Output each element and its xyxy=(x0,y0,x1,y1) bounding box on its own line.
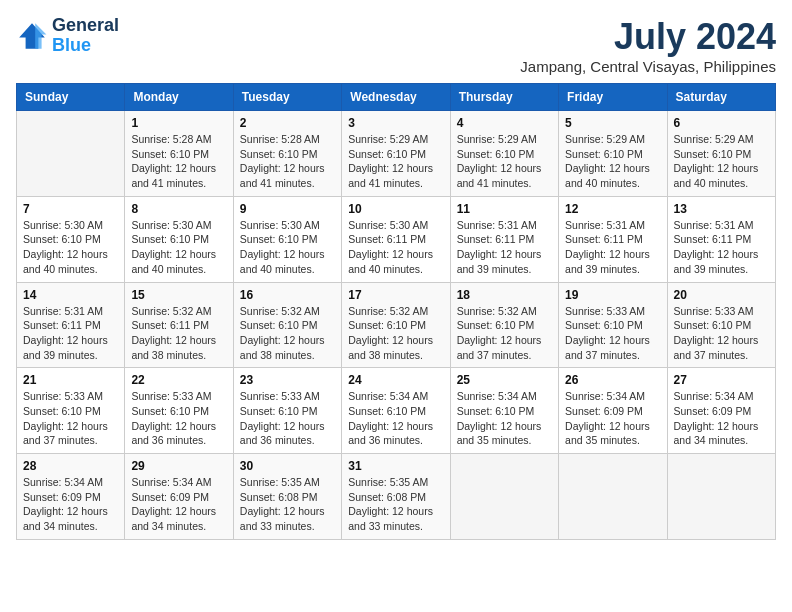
day-number: 27 xyxy=(674,373,769,387)
week-row-5: 28Sunrise: 5:34 AMSunset: 6:09 PMDayligh… xyxy=(17,454,776,540)
calendar-cell: 16Sunrise: 5:32 AMSunset: 6:10 PMDayligh… xyxy=(233,282,341,368)
calendar-cell: 9Sunrise: 5:30 AMSunset: 6:10 PMDaylight… xyxy=(233,196,341,282)
calendar-table: SundayMondayTuesdayWednesdayThursdayFrid… xyxy=(16,83,776,540)
day-number: 5 xyxy=(565,116,660,130)
day-number: 16 xyxy=(240,288,335,302)
calendar-cell: 28Sunrise: 5:34 AMSunset: 6:09 PMDayligh… xyxy=(17,454,125,540)
logo-text: GeneralBlue xyxy=(52,16,119,56)
week-row-4: 21Sunrise: 5:33 AMSunset: 6:10 PMDayligh… xyxy=(17,368,776,454)
calendar-cell: 18Sunrise: 5:32 AMSunset: 6:10 PMDayligh… xyxy=(450,282,558,368)
calendar-cell: 20Sunrise: 5:33 AMSunset: 6:10 PMDayligh… xyxy=(667,282,775,368)
day-number: 19 xyxy=(565,288,660,302)
day-number: 25 xyxy=(457,373,552,387)
day-number: 30 xyxy=(240,459,335,473)
day-number: 31 xyxy=(348,459,443,473)
title-block: July 2024 Jampang, Central Visayas, Phil… xyxy=(520,16,776,75)
calendar-cell: 2Sunrise: 5:28 AMSunset: 6:10 PMDaylight… xyxy=(233,111,341,197)
calendar-cell: 25Sunrise: 5:34 AMSunset: 6:10 PMDayligh… xyxy=(450,368,558,454)
day-number: 21 xyxy=(23,373,118,387)
calendar-cell: 24Sunrise: 5:34 AMSunset: 6:10 PMDayligh… xyxy=(342,368,450,454)
day-number: 9 xyxy=(240,202,335,216)
weekday-header-tuesday: Tuesday xyxy=(233,84,341,111)
day-info: Sunrise: 5:33 AMSunset: 6:10 PMDaylight:… xyxy=(565,304,660,363)
day-number: 15 xyxy=(131,288,226,302)
calendar-cell xyxy=(559,454,667,540)
day-info: Sunrise: 5:30 AMSunset: 6:11 PMDaylight:… xyxy=(348,218,443,277)
day-number: 28 xyxy=(23,459,118,473)
day-info: Sunrise: 5:32 AMSunset: 6:10 PMDaylight:… xyxy=(457,304,552,363)
day-number: 18 xyxy=(457,288,552,302)
day-info: Sunrise: 5:33 AMSunset: 6:10 PMDaylight:… xyxy=(240,389,335,448)
calendar-cell: 4Sunrise: 5:29 AMSunset: 6:10 PMDaylight… xyxy=(450,111,558,197)
day-info: Sunrise: 5:29 AMSunset: 6:10 PMDaylight:… xyxy=(457,132,552,191)
calendar-cell: 22Sunrise: 5:33 AMSunset: 6:10 PMDayligh… xyxy=(125,368,233,454)
day-info: Sunrise: 5:29 AMSunset: 6:10 PMDaylight:… xyxy=(565,132,660,191)
calendar-cell: 10Sunrise: 5:30 AMSunset: 6:11 PMDayligh… xyxy=(342,196,450,282)
day-info: Sunrise: 5:34 AMSunset: 6:09 PMDaylight:… xyxy=(23,475,118,534)
calendar-cell xyxy=(450,454,558,540)
day-info: Sunrise: 5:32 AMSunset: 6:10 PMDaylight:… xyxy=(240,304,335,363)
day-info: Sunrise: 5:34 AMSunset: 6:10 PMDaylight:… xyxy=(348,389,443,448)
calendar-cell: 26Sunrise: 5:34 AMSunset: 6:09 PMDayligh… xyxy=(559,368,667,454)
day-number: 3 xyxy=(348,116,443,130)
day-info: Sunrise: 5:31 AMSunset: 6:11 PMDaylight:… xyxy=(674,218,769,277)
day-number: 29 xyxy=(131,459,226,473)
day-info: Sunrise: 5:30 AMSunset: 6:10 PMDaylight:… xyxy=(240,218,335,277)
weekday-header-sunday: Sunday xyxy=(17,84,125,111)
calendar-cell: 31Sunrise: 5:35 AMSunset: 6:08 PMDayligh… xyxy=(342,454,450,540)
day-number: 26 xyxy=(565,373,660,387)
calendar-cell: 1Sunrise: 5:28 AMSunset: 6:10 PMDaylight… xyxy=(125,111,233,197)
day-number: 6 xyxy=(674,116,769,130)
day-info: Sunrise: 5:33 AMSunset: 6:10 PMDaylight:… xyxy=(131,389,226,448)
calendar-cell: 11Sunrise: 5:31 AMSunset: 6:11 PMDayligh… xyxy=(450,196,558,282)
day-number: 17 xyxy=(348,288,443,302)
calendar-cell: 6Sunrise: 5:29 AMSunset: 6:10 PMDaylight… xyxy=(667,111,775,197)
day-number: 22 xyxy=(131,373,226,387)
day-info: Sunrise: 5:35 AMSunset: 6:08 PMDaylight:… xyxy=(348,475,443,534)
weekday-header-monday: Monday xyxy=(125,84,233,111)
calendar-cell xyxy=(17,111,125,197)
calendar-cell xyxy=(667,454,775,540)
calendar-cell: 30Sunrise: 5:35 AMSunset: 6:08 PMDayligh… xyxy=(233,454,341,540)
day-number: 8 xyxy=(131,202,226,216)
calendar-cell: 13Sunrise: 5:31 AMSunset: 6:11 PMDayligh… xyxy=(667,196,775,282)
logo-icon xyxy=(16,20,48,52)
calendar-cell: 19Sunrise: 5:33 AMSunset: 6:10 PMDayligh… xyxy=(559,282,667,368)
day-number: 23 xyxy=(240,373,335,387)
location-title: Jampang, Central Visayas, Philippines xyxy=(520,58,776,75)
day-info: Sunrise: 5:32 AMSunset: 6:10 PMDaylight:… xyxy=(348,304,443,363)
weekday-header-friday: Friday xyxy=(559,84,667,111)
calendar-cell: 15Sunrise: 5:32 AMSunset: 6:11 PMDayligh… xyxy=(125,282,233,368)
calendar-cell: 29Sunrise: 5:34 AMSunset: 6:09 PMDayligh… xyxy=(125,454,233,540)
svg-marker-1 xyxy=(35,23,46,49)
day-number: 1 xyxy=(131,116,226,130)
week-row-2: 7Sunrise: 5:30 AMSunset: 6:10 PMDaylight… xyxy=(17,196,776,282)
month-title: July 2024 xyxy=(520,16,776,58)
day-info: Sunrise: 5:31 AMSunset: 6:11 PMDaylight:… xyxy=(23,304,118,363)
day-info: Sunrise: 5:34 AMSunset: 6:09 PMDaylight:… xyxy=(565,389,660,448)
page-header: GeneralBlue July 2024 Jampang, Central V… xyxy=(16,16,776,75)
day-info: Sunrise: 5:33 AMSunset: 6:10 PMDaylight:… xyxy=(674,304,769,363)
logo: GeneralBlue xyxy=(16,16,119,56)
day-info: Sunrise: 5:30 AMSunset: 6:10 PMDaylight:… xyxy=(23,218,118,277)
day-number: 20 xyxy=(674,288,769,302)
calendar-cell: 12Sunrise: 5:31 AMSunset: 6:11 PMDayligh… xyxy=(559,196,667,282)
calendar-cell: 21Sunrise: 5:33 AMSunset: 6:10 PMDayligh… xyxy=(17,368,125,454)
day-info: Sunrise: 5:30 AMSunset: 6:10 PMDaylight:… xyxy=(131,218,226,277)
day-info: Sunrise: 5:28 AMSunset: 6:10 PMDaylight:… xyxy=(240,132,335,191)
calendar-cell: 8Sunrise: 5:30 AMSunset: 6:10 PMDaylight… xyxy=(125,196,233,282)
week-row-3: 14Sunrise: 5:31 AMSunset: 6:11 PMDayligh… xyxy=(17,282,776,368)
day-info: Sunrise: 5:29 AMSunset: 6:10 PMDaylight:… xyxy=(348,132,443,191)
weekday-header-row: SundayMondayTuesdayWednesdayThursdayFrid… xyxy=(17,84,776,111)
day-number: 12 xyxy=(565,202,660,216)
day-number: 10 xyxy=(348,202,443,216)
calendar-cell: 3Sunrise: 5:29 AMSunset: 6:10 PMDaylight… xyxy=(342,111,450,197)
day-info: Sunrise: 5:35 AMSunset: 6:08 PMDaylight:… xyxy=(240,475,335,534)
day-number: 7 xyxy=(23,202,118,216)
weekday-header-thursday: Thursday xyxy=(450,84,558,111)
weekday-header-saturday: Saturday xyxy=(667,84,775,111)
calendar-cell: 17Sunrise: 5:32 AMSunset: 6:10 PMDayligh… xyxy=(342,282,450,368)
day-info: Sunrise: 5:31 AMSunset: 6:11 PMDaylight:… xyxy=(457,218,552,277)
day-info: Sunrise: 5:34 AMSunset: 6:10 PMDaylight:… xyxy=(457,389,552,448)
day-info: Sunrise: 5:32 AMSunset: 6:11 PMDaylight:… xyxy=(131,304,226,363)
